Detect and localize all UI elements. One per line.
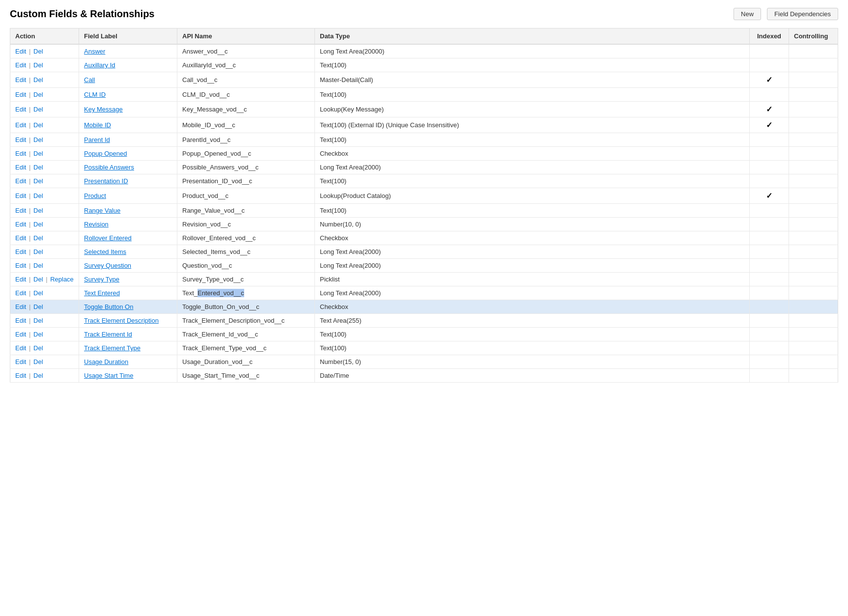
indexed-cell — [750, 88, 789, 102]
field-label-link[interactable]: Presentation ID — [84, 177, 128, 185]
action-link-edit[interactable]: Edit — [15, 317, 26, 324]
action-link-edit[interactable]: Edit — [15, 344, 26, 352]
action-link-del[interactable]: Del — [33, 303, 43, 310]
action-link-edit[interactable]: Edit — [15, 76, 26, 84]
table-row: Edit | DelParent IdParentId_vod__cText(1… — [10, 133, 838, 147]
action-link-del[interactable]: Del — [33, 61, 43, 69]
field-label-link[interactable]: Parent Id — [84, 136, 110, 143]
action-link-edit[interactable]: Edit — [15, 177, 26, 185]
action-link-del[interactable]: Del — [33, 192, 43, 199]
field-label-link[interactable]: Answer — [84, 48, 105, 55]
action-link-edit[interactable]: Edit — [15, 331, 26, 338]
action-link-edit[interactable]: Edit — [15, 192, 26, 199]
action-link-del[interactable]: Del — [33, 106, 43, 113]
field-label-link[interactable]: Possible Answers — [84, 164, 134, 171]
action-link-del[interactable]: Del — [33, 289, 43, 297]
data-type-cell: Long Text Area(2000) — [315, 245, 750, 259]
action-link-edit[interactable]: Edit — [15, 136, 26, 143]
action-link-del[interactable]: Del — [33, 358, 43, 365]
action-link-del[interactable]: Del — [33, 177, 43, 185]
api-name-cell: ParentId_vod__c — [177, 133, 315, 147]
field-label-link[interactable]: Product — [84, 192, 106, 199]
controlling-cell — [789, 245, 838, 259]
action-link-del[interactable]: Del — [33, 150, 43, 157]
page-header: Custom Fields & Relationships New Field … — [10, 8, 838, 20]
field-label-link[interactable]: Survey Question — [84, 262, 131, 269]
field-label-link[interactable]: Key Message — [84, 106, 123, 113]
action-link-del[interactable]: Del — [33, 164, 43, 171]
action-cell: Edit | Del — [10, 133, 79, 147]
action-link-del[interactable]: Del — [33, 121, 43, 129]
field-label-link[interactable]: CLM ID — [84, 91, 106, 98]
field-dependencies-button[interactable]: Field Dependencies — [767, 8, 838, 20]
field-label-link[interactable]: Survey Type — [84, 276, 119, 283]
action-link-del[interactable]: Del — [33, 262, 43, 269]
action-link-edit[interactable]: Edit — [15, 48, 26, 55]
indexed-checkmark: ✓ — [766, 192, 772, 200]
action-link-del[interactable]: Del — [33, 76, 43, 84]
action-link-del[interactable]: Del — [33, 344, 43, 352]
action-separator: | — [27, 207, 32, 214]
action-link-edit[interactable]: Edit — [15, 221, 26, 228]
action-link-del[interactable]: Del — [33, 234, 43, 242]
action-link-edit[interactable]: Edit — [15, 248, 26, 255]
page-container: Custom Fields & Relationships New Field … — [0, 0, 848, 391]
field-label-link[interactable]: Rollover Entered — [84, 234, 132, 242]
action-cell: Edit | Del — [10, 174, 79, 188]
field-label-link[interactable]: Call — [84, 76, 95, 84]
action-link-edit[interactable]: Edit — [15, 303, 26, 310]
action-link-del[interactable]: Del — [33, 221, 43, 228]
action-link-del[interactable]: Del — [33, 248, 43, 255]
action-link-edit[interactable]: Edit — [15, 276, 26, 283]
action-link-del[interactable]: Del — [33, 372, 43, 379]
action-link-edit[interactable]: Edit — [15, 372, 26, 379]
action-link-replace[interactable]: Replace — [50, 276, 74, 283]
action-link-edit[interactable]: Edit — [15, 61, 26, 69]
field-label-link[interactable]: Popup Opened — [84, 150, 127, 157]
field-label-cell: Toggle Button On — [79, 300, 177, 314]
action-link-del[interactable]: Del — [33, 276, 43, 283]
api-name-cell: Usage_Duration_vod__c — [177, 355, 315, 369]
field-label-link[interactable]: Selected Items — [84, 248, 126, 255]
field-label-link[interactable]: Revision — [84, 221, 109, 228]
action-link-del[interactable]: Del — [33, 331, 43, 338]
action-link-edit[interactable]: Edit — [15, 150, 26, 157]
field-label-link[interactable]: Usage Duration — [84, 358, 128, 365]
action-link-edit[interactable]: Edit — [15, 262, 26, 269]
field-label-link[interactable]: Track Element Description — [84, 317, 159, 324]
field-label-link[interactable]: Track Element Id — [84, 331, 132, 338]
action-link-edit[interactable]: Edit — [15, 121, 26, 129]
field-label-link[interactable]: Auxillary Id — [84, 61, 115, 69]
action-separator: | — [27, 121, 32, 129]
indexed-checkmark: ✓ — [766, 76, 772, 84]
table-row: Edit | Del | ReplaceSurvey TypeSurvey_Ty… — [10, 273, 838, 286]
controlling-cell — [789, 161, 838, 174]
action-link-del[interactable]: Del — [33, 48, 43, 55]
action-link-del[interactable]: Del — [33, 91, 43, 98]
field-label-cell: Track Element Id — [79, 328, 177, 341]
action-link-edit[interactable]: Edit — [15, 289, 26, 297]
action-link-edit[interactable]: Edit — [15, 358, 26, 365]
field-label-link[interactable]: Track Element Type — [84, 344, 141, 352]
action-link-edit[interactable]: Edit — [15, 234, 26, 242]
data-type-cell: Checkbox — [315, 231, 750, 245]
action-link-edit[interactable]: Edit — [15, 91, 26, 98]
field-label-link[interactable]: Text Entered — [84, 289, 120, 297]
new-button[interactable]: New — [734, 8, 761, 20]
field-label-link[interactable]: Mobile ID — [84, 121, 111, 129]
action-link-del[interactable]: Del — [33, 317, 43, 324]
field-label-link[interactable]: Range Value — [84, 207, 120, 214]
action-link-del[interactable]: Del — [33, 207, 43, 214]
action-cell: Edit | Del — [10, 245, 79, 259]
action-link-del[interactable]: Del — [33, 136, 43, 143]
table-row: Edit | DelSelected ItemsSelected_Items_v… — [10, 245, 838, 259]
action-cell: Edit | Del — [10, 341, 79, 355]
api-name-before: Text_ — [182, 289, 198, 297]
action-link-edit[interactable]: Edit — [15, 207, 26, 214]
action-link-edit[interactable]: Edit — [15, 164, 26, 171]
action-link-edit[interactable]: Edit — [15, 106, 26, 113]
indexed-checkmark: ✓ — [766, 105, 772, 113]
field-label-link[interactable]: Toggle Button On — [84, 303, 133, 310]
data-type-cell: Checkbox — [315, 147, 750, 161]
field-label-link[interactable]: Usage Start Time — [84, 372, 133, 379]
